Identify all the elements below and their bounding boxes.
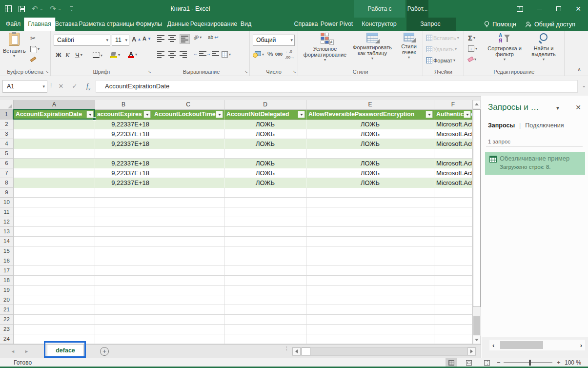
cell-A6[interactable] xyxy=(14,159,95,168)
insert-function-icon[interactable]: fx xyxy=(82,80,95,93)
cell-A9[interactable] xyxy=(14,188,95,198)
cell-E20[interactable] xyxy=(306,295,434,305)
increase-decimal-button[interactable]: ←,0 xyxy=(285,49,292,54)
cell-B24[interactable] xyxy=(95,334,152,344)
row-header-16[interactable]: 16 xyxy=(0,256,14,266)
insert-cells-button[interactable]: Вставить▾ xyxy=(426,35,459,41)
cell-C16[interactable] xyxy=(152,256,224,266)
ribbon-tab-разметка-страницы[interactable]: Разметка страницы xyxy=(75,18,138,31)
ribbon-display-options-icon[interactable] xyxy=(510,0,529,18)
cell-B12[interactable] xyxy=(95,217,152,227)
cell-F12[interactable] xyxy=(434,217,472,227)
row-header-7[interactable]: 7 xyxy=(0,168,14,178)
align-center-button[interactable] xyxy=(168,51,176,58)
cell-E12[interactable] xyxy=(306,217,434,227)
cell-C14[interactable] xyxy=(152,237,224,246)
cell-B20[interactable] xyxy=(95,295,152,305)
cell-D24[interactable] xyxy=(224,334,306,344)
query-list-item[interactable]: Обезличивание пример Загружено строк: 8. xyxy=(485,152,585,175)
align-left-button[interactable] xyxy=(157,51,164,58)
row-header-24[interactable]: 24 xyxy=(0,334,14,344)
column-header-B[interactable]: B xyxy=(95,100,152,110)
borders-button[interactable]: ▾ xyxy=(93,52,102,58)
cell-C2[interactable] xyxy=(152,120,224,129)
cell-styles-button[interactable]: Стили ячеек ▾ xyxy=(397,33,421,60)
cell-C1[interactable]: AccountLockoutTime xyxy=(152,110,224,120)
cell-D15[interactable] xyxy=(224,246,306,256)
scroll-right-icon[interactable] xyxy=(467,348,476,355)
cell-C20[interactable] xyxy=(152,295,224,305)
sheet-nav-next-icon[interactable]: ► xyxy=(24,349,29,354)
expand-formula-bar-icon[interactable]: ⌄ xyxy=(582,83,586,88)
decrease-font-button[interactable]: A▼ xyxy=(142,36,151,41)
cell-C22[interactable] xyxy=(152,315,224,325)
cell-D6[interactable]: ЛОЖЬ xyxy=(224,159,306,168)
zoom-out-icon[interactable]: − xyxy=(497,359,501,366)
task-pane-dropdown-icon[interactable]: ▼ xyxy=(555,105,560,111)
cell-D18[interactable] xyxy=(224,276,306,286)
cell-B19[interactable] xyxy=(95,286,152,295)
column-header-E[interactable]: E xyxy=(306,100,434,110)
cell-A4[interactable] xyxy=(14,139,95,149)
cell-D3[interactable]: ЛОЖЬ xyxy=(224,129,306,139)
cell-C7[interactable] xyxy=(152,168,224,178)
cell-B4[interactable]: 9,22337E+18 xyxy=(95,139,152,149)
cell-C21[interactable] xyxy=(152,305,224,315)
cell-C18[interactable] xyxy=(152,276,224,286)
maximize-icon[interactable] xyxy=(549,0,568,18)
cell-F14[interactable] xyxy=(434,237,472,246)
cell-A21[interactable] xyxy=(14,305,95,315)
formula-input[interactable]: AccountExpirationDate xyxy=(96,80,578,93)
cell-F20[interactable] xyxy=(434,295,472,305)
decrease-indent-button[interactable]: ← xyxy=(193,51,204,56)
scroll-up-icon[interactable] xyxy=(473,100,481,108)
zoom-level-label[interactable]: 100 % xyxy=(565,359,581,366)
cell-A14[interactable] xyxy=(14,237,95,246)
cell-F13[interactable] xyxy=(434,227,472,237)
cell-D4[interactable]: ЛОЖЬ xyxy=(224,139,306,149)
row-header-1[interactable]: 1 xyxy=(0,110,14,120)
cell-F16[interactable] xyxy=(434,256,472,266)
copy-button[interactable]: ▾ xyxy=(30,46,40,52)
cell-A7[interactable] xyxy=(14,168,95,178)
clipboard-dialog-launcher-icon[interactable]: ↘ xyxy=(45,69,49,74)
wrap-text-button[interactable]: ab↩ xyxy=(208,35,219,40)
cell-C24[interactable] xyxy=(152,334,224,344)
row-header-6[interactable]: 6 xyxy=(0,159,14,168)
cell-A11[interactable] xyxy=(14,207,95,217)
clear-button[interactable]: ▾ xyxy=(468,57,476,61)
cell-D5[interactable] xyxy=(224,149,306,159)
cell-D7[interactable]: ЛОЖЬ xyxy=(224,168,306,178)
sheet-nav-prev-icon[interactable]: ◄ xyxy=(11,349,15,354)
increase-font-button[interactable]: A▲ xyxy=(132,36,141,43)
cell-D13[interactable] xyxy=(224,227,306,237)
cell-A1[interactable]: AccountExpirationDate xyxy=(14,110,95,120)
cell-A2[interactable] xyxy=(14,120,95,129)
cell-B14[interactable] xyxy=(95,237,152,246)
percent-button[interactable]: % xyxy=(267,50,273,58)
thousands-button[interactable]: 000 xyxy=(275,52,283,57)
close-icon[interactable]: ✕ xyxy=(568,0,588,18)
cell-A8[interactable] xyxy=(14,178,95,188)
cell-F2[interactable]: Microsoft.Act xyxy=(434,120,472,129)
align-top-button[interactable] xyxy=(157,35,164,42)
cell-F24[interactable] xyxy=(434,334,472,344)
minimize-icon[interactable] xyxy=(529,0,549,18)
vertical-scroll-thumb[interactable] xyxy=(473,109,481,307)
cell-D23[interactable] xyxy=(224,325,306,334)
cell-C6[interactable] xyxy=(152,159,224,168)
cell-F19[interactable] xyxy=(434,286,472,295)
cell-C19[interactable] xyxy=(152,286,224,295)
cell-E13[interactable] xyxy=(306,227,434,237)
cell-C10[interactable] xyxy=(152,198,224,207)
row-header-13[interactable]: 13 xyxy=(0,227,14,237)
cell-F17[interactable] xyxy=(434,266,472,276)
font-color-button[interactable]: А▾ xyxy=(128,51,137,58)
row-header-23[interactable]: 23 xyxy=(0,325,14,334)
sort-filter-button[interactable]: АЯ Сортировка и фильтр ▾ xyxy=(486,33,524,61)
cell-E16[interactable] xyxy=(306,256,434,266)
cell-A23[interactable] xyxy=(14,325,95,334)
cell-A19[interactable] xyxy=(14,286,95,295)
cell-B17[interactable] xyxy=(95,266,152,276)
zoom-in-icon[interactable]: + xyxy=(557,359,561,366)
